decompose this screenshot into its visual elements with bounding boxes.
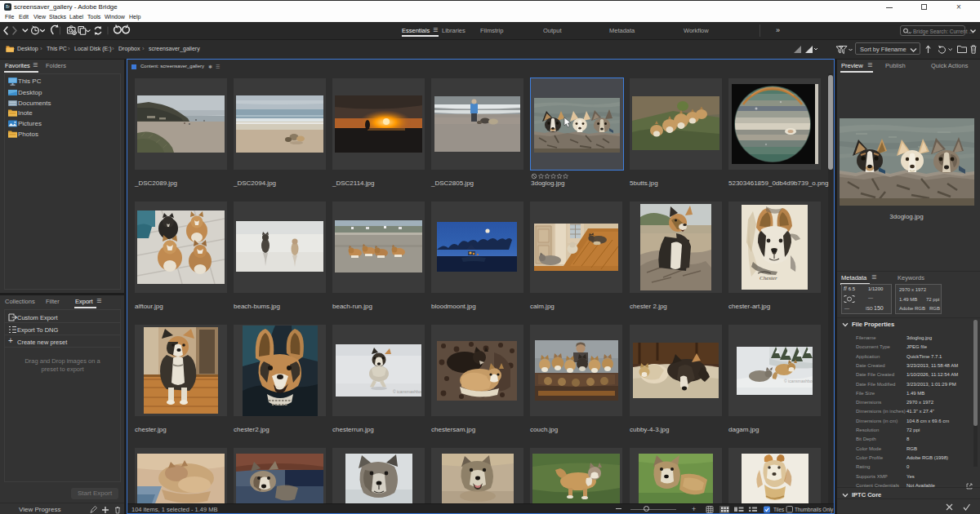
svg-text:© icansmashboom.com: © icansmashboom.com bbox=[393, 389, 421, 394]
svg-text:© icansmashboom: © icansmashboom bbox=[784, 379, 813, 383]
svg-text:Chester: Chester bbox=[760, 275, 777, 281]
